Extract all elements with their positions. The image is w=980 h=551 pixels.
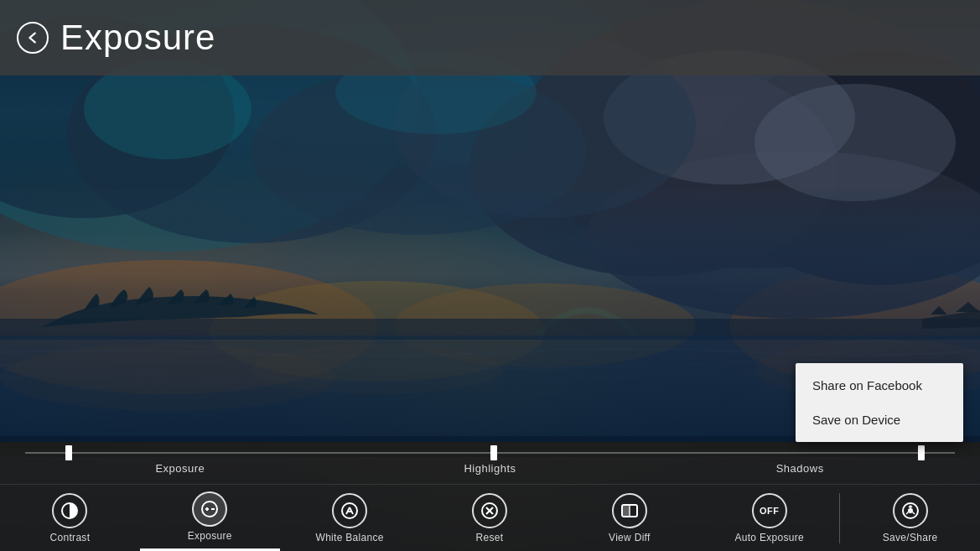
reset-icon xyxy=(472,493,507,528)
exposure-slider-label: Exposure xyxy=(155,462,205,475)
auto-exposure-label: Auto Exposure xyxy=(734,532,804,543)
share-icon xyxy=(893,493,928,528)
sliders-container: Exposure Highlights Shadows xyxy=(0,442,980,484)
exposure-button[interactable]: Exposure xyxy=(140,485,280,551)
bottom-controls: Exposure Highlights Shadows Cont xyxy=(0,442,980,551)
shadows-thumb[interactable] xyxy=(918,445,925,460)
svg-line-44 xyxy=(906,512,909,514)
reset-svg xyxy=(480,502,499,520)
contrast-svg xyxy=(60,502,79,520)
share-popup: Share on Facebook Save on Device xyxy=(796,363,963,442)
highlights-thumb[interactable] xyxy=(490,445,497,460)
contrast-button[interactable]: Contrast xyxy=(0,485,140,551)
off-badge-text: OFF xyxy=(760,506,780,516)
svg-point-31 xyxy=(342,503,357,518)
exposure-track[interactable] xyxy=(25,452,335,454)
exposure-label: Exposure xyxy=(188,530,232,542)
svg-rect-40 xyxy=(623,506,629,516)
svg-line-33 xyxy=(350,507,353,514)
diff-icon xyxy=(612,493,647,528)
share-facebook-item[interactable]: Share on Facebook xyxy=(796,368,963,403)
wb-label: White Balance xyxy=(316,532,384,543)
exposure-slider-group: Exposure xyxy=(25,452,335,475)
shadows-slider-label: Shadows xyxy=(776,462,824,475)
auto-exposure-button[interactable]: OFF Auto Exposure xyxy=(699,485,839,551)
save-share-button[interactable]: Save/Share xyxy=(840,485,980,551)
white-balance-button[interactable]: White Balance xyxy=(280,485,420,551)
save-share-label: Save/Share xyxy=(883,532,938,543)
highlights-slider-group: Highlights xyxy=(335,452,646,475)
wb-svg xyxy=(340,502,359,520)
reset-button[interactable]: Reset xyxy=(420,485,560,551)
exposure-svg xyxy=(200,500,219,518)
wb-icon xyxy=(332,493,367,528)
highlights-slider-label: Highlights xyxy=(464,462,516,475)
toolbar: Contrast Exposure xyxy=(0,484,980,551)
svg-line-32 xyxy=(346,507,350,514)
shadows-track[interactable] xyxy=(645,452,955,454)
shadows-slider-group: Shadows xyxy=(645,452,955,475)
header-bar: Exposure xyxy=(0,0,980,75)
back-arrow-icon xyxy=(25,30,40,45)
highlights-track[interactable] xyxy=(335,452,646,454)
contrast-icon xyxy=(52,493,87,528)
back-button[interactable] xyxy=(17,22,49,54)
exposure-icon xyxy=(192,491,227,527)
diff-svg xyxy=(620,502,639,520)
view-diff-button[interactable]: View Diff xyxy=(559,485,699,551)
save-device-item[interactable]: Save on Device xyxy=(796,403,963,437)
svg-line-45 xyxy=(912,512,915,514)
contrast-label: Contrast xyxy=(50,532,91,543)
view-diff-label: View Diff xyxy=(609,532,651,543)
reset-label: Reset xyxy=(476,532,504,543)
auto-icon: OFF xyxy=(752,493,787,528)
page-title: Exposure xyxy=(60,18,215,58)
exposure-thumb[interactable] xyxy=(65,445,72,460)
share-svg xyxy=(901,502,920,520)
svg-point-27 xyxy=(202,502,217,517)
